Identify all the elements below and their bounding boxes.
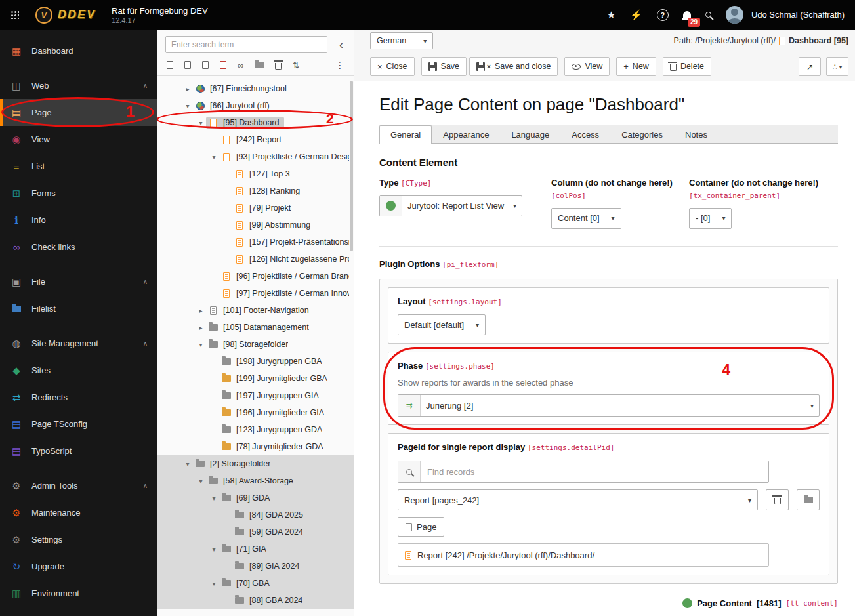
selected-record[interactable]: Report [242] /Projekte/Jurytool (rff)/Da… bbox=[398, 543, 769, 567]
tree-node[interactable]: ▾[95] Dashboard bbox=[157, 114, 354, 131]
sidebar-item-admin-tools[interactable]: ⚙Admin Tools∧ bbox=[0, 472, 157, 499]
new-link-page-icon[interactable]: ∞ bbox=[238, 60, 243, 70]
help-icon[interactable]: ? bbox=[657, 9, 669, 21]
tree-node[interactable]: [123] Jurygruppen GDA bbox=[157, 421, 354, 438]
sidebar-item-sites[interactable]: ◆Sites bbox=[0, 357, 157, 384]
chevron-right-icon[interactable]: ▸ bbox=[196, 324, 206, 331]
sidebar-item-redirects[interactable]: ⇄Redirects bbox=[0, 384, 157, 411]
tree-node[interactable]: ▾[98] Storagefolder bbox=[157, 336, 354, 353]
tree-search-input[interactable] bbox=[165, 36, 327, 53]
tab-language[interactable]: Language bbox=[500, 125, 560, 144]
chevron-down-icon[interactable]: ▾ bbox=[209, 580, 219, 587]
tree-node[interactable]: ▾[70] GBA bbox=[157, 575, 354, 592]
tab-access[interactable]: Access bbox=[560, 125, 610, 144]
save-button[interactable]: Save bbox=[421, 57, 467, 76]
sidebar-item-check-links[interactable]: ∞Check links bbox=[0, 234, 157, 260]
ctype-select[interactable]: Jurytool: Report List View ▾ bbox=[379, 195, 522, 216]
sidebar-item-page-tsconfig[interactable]: ▤Page TSconfig bbox=[0, 411, 157, 438]
tree-node[interactable]: [242] Report bbox=[157, 131, 354, 148]
sidebar-item-settings[interactable]: ⚙Settings bbox=[0, 526, 157, 553]
sidebar-item-dashboard[interactable]: ▦Dashboard bbox=[0, 37, 157, 64]
new-mount-page-icon[interactable] bbox=[202, 61, 209, 69]
tree-node[interactable]: [197] Jurygruppen GIA bbox=[157, 387, 354, 404]
chevron-down-icon[interactable]: ▾ bbox=[209, 154, 219, 161]
tree-node[interactable]: ▾[69] GDA bbox=[157, 489, 354, 506]
share-button[interactable]: ∴ ▾ bbox=[826, 57, 848, 76]
sidebar-item-list[interactable]: ≡List bbox=[0, 153, 157, 180]
tree-node[interactable]: [96] Projektliste / German Brand Aw bbox=[157, 268, 354, 285]
tree-more-icon[interactable]: ⋮ bbox=[335, 60, 344, 70]
sidebar-item-filelist[interactable]: Filelist bbox=[0, 295, 157, 322]
tree-node[interactable]: [84] GDA 2025 bbox=[157, 506, 354, 524]
tab-appearance[interactable]: Appearance bbox=[432, 125, 500, 144]
tree-node[interactable]: [196] Jurymitglieder GIA bbox=[157, 404, 354, 421]
delete-button[interactable]: Delete bbox=[663, 57, 711, 76]
page-browse-button[interactable]: Page bbox=[398, 517, 444, 537]
tree-node[interactable]: ▸[67] Einreichungstool bbox=[157, 80, 354, 97]
open-new-window-button[interactable]: ↗ bbox=[799, 57, 821, 76]
close-button[interactable]: × Close bbox=[370, 57, 415, 76]
tree-node[interactable]: [99] Abstimmung bbox=[157, 216, 354, 234]
tree-node[interactable]: ▸[101] Footer-Navigation bbox=[157, 302, 354, 319]
phase-select[interactable]: ⇉ Jurierung [2] ▾ bbox=[398, 394, 820, 417]
tree-node[interactable]: [88] GBA 2024 bbox=[157, 592, 354, 609]
layout-select[interactable]: Default [default] ▾ bbox=[398, 314, 486, 335]
tree-node[interactable]: [79] Projekt bbox=[157, 199, 354, 216]
tree-node[interactable]: [59] GDA 2024 bbox=[157, 524, 354, 541]
tree-node[interactable]: ▾[2] Storagefolder bbox=[157, 455, 354, 472]
tree-scrollbar[interactable] bbox=[350, 81, 353, 251]
tab-categories[interactable]: Categories bbox=[610, 125, 674, 144]
collapse-tree-icon[interactable]: ‹ bbox=[337, 39, 346, 51]
sidebar-item-view[interactable]: ◉View bbox=[0, 126, 157, 153]
browse-records-button[interactable] bbox=[797, 489, 820, 510]
sidebar-item-info[interactable]: ℹInfo bbox=[0, 207, 157, 234]
colpos-select[interactable]: Content [0] ▾ bbox=[551, 208, 621, 229]
remove-record-button[interactable] bbox=[766, 489, 789, 510]
username[interactable]: Udo Schmal (Schaffrath) bbox=[751, 10, 845, 20]
avatar[interactable] bbox=[726, 6, 743, 24]
sidebar-item-forms[interactable]: ⊞Forms bbox=[0, 180, 157, 207]
save-and-close-button[interactable]: × Save and close bbox=[469, 57, 558, 76]
delete-drop-icon[interactable] bbox=[275, 61, 282, 70]
sidebar-item-file[interactable]: ▣File∧ bbox=[0, 268, 157, 295]
tree-node[interactable]: [78] Jurymitglieder GDA bbox=[157, 438, 354, 455]
sidebar-item-typoscript[interactable]: ▤TypoScript bbox=[0, 438, 157, 464]
tree-node[interactable]: ▾[93] Projektliste / German Design Aw bbox=[157, 148, 354, 165]
chevron-right-icon[interactable]: ▸ bbox=[196, 307, 206, 314]
chevron-down-icon[interactable]: ▾ bbox=[209, 495, 219, 502]
chevron-right-icon[interactable]: ▸ bbox=[182, 85, 193, 92]
sidebar-item-environment[interactable]: ▥Environment bbox=[0, 580, 157, 607]
tree-node[interactable]: [127] Top 3 bbox=[157, 165, 354, 182]
container-select[interactable]: - [0] ▾ bbox=[689, 208, 732, 229]
tree-node[interactable]: ▾[66] Jurytool (rff) bbox=[157, 97, 354, 114]
tree-node[interactable]: ▸[105] Datamanagement bbox=[157, 319, 354, 336]
bookmark-star-icon[interactable]: ★ bbox=[607, 9, 615, 21]
new-page-icon[interactable] bbox=[167, 61, 173, 69]
tab-notes[interactable]: Notes bbox=[674, 125, 719, 144]
tree-node[interactable]: ▾[58] Award-Storage bbox=[157, 472, 354, 489]
sidebar-item-site-management[interactable]: ◍Site Management∧ bbox=[0, 330, 157, 357]
chevron-down-icon[interactable]: ▾ bbox=[182, 102, 193, 110]
chevron-down-icon[interactable]: ▾ bbox=[209, 546, 219, 553]
sidebar-item-web[interactable]: ◫Web∧ bbox=[0, 72, 157, 99]
sidebar-item-maintenance[interactable]: ⚙Maintenance bbox=[0, 499, 157, 526]
new-button[interactable]: + New bbox=[616, 57, 656, 76]
tab-general[interactable]: General bbox=[379, 125, 432, 144]
chevron-down-icon[interactable]: ▾ bbox=[182, 461, 193, 468]
chevron-down-icon[interactable]: ▾ bbox=[196, 478, 206, 485]
chevron-down-icon[interactable]: ▾ bbox=[196, 119, 206, 127]
sidebar-item-upgrade[interactable]: ↻Upgrade bbox=[0, 553, 157, 580]
tree-node[interactable]: [198] Jurygruppen GBA bbox=[157, 353, 354, 370]
new-folder-icon[interactable] bbox=[255, 62, 264, 68]
sidebar-item-page[interactable]: ▤Page bbox=[0, 99, 157, 126]
tree-node[interactable]: ▾[71] GIA bbox=[157, 541, 354, 558]
language-select[interactable]: German ▾ bbox=[370, 32, 433, 49]
notifications-button[interactable]: 29 bbox=[683, 11, 691, 18]
chevron-down-icon[interactable]: ▾ bbox=[196, 341, 206, 348]
tree-node[interactable]: [128] Ranking bbox=[157, 182, 354, 199]
tree-node[interactable]: [97] Projektliste / German Innovatio bbox=[157, 285, 354, 302]
search-button[interactable] bbox=[705, 12, 711, 18]
clear-cache-bolt-icon[interactable]: ⚡ bbox=[630, 9, 642, 21]
sort-pages-icon[interactable]: ⇄ bbox=[291, 62, 301, 69]
new-recycler-icon[interactable] bbox=[220, 61, 226, 69]
